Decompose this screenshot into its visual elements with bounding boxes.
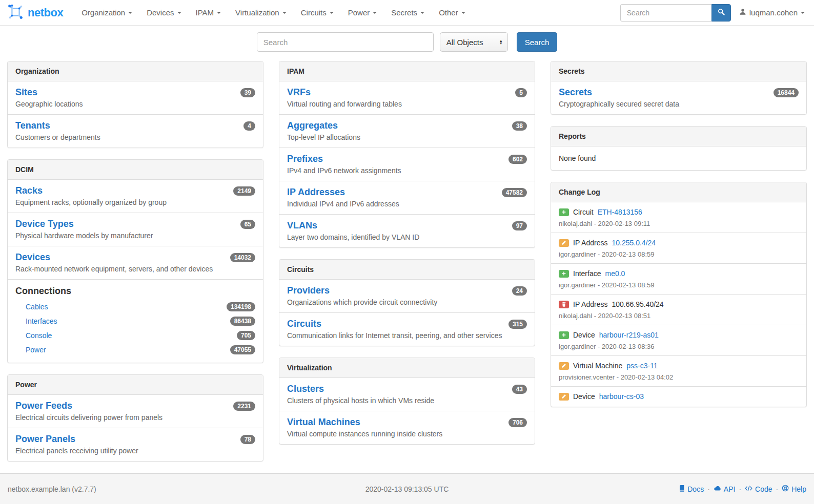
nav-item-organization[interactable]: Organization: [74, 0, 139, 26]
top-navbar: netbox Organization Devices IPAM Virtual…: [0, 0, 814, 26]
navbar-right: luqman.cohen: [620, 4, 807, 22]
panel-dcim: DCIM Racks 2149 Equipment racks, optiona…: [7, 159, 263, 363]
quick-search-form: All Objects ▲▼ Search: [0, 26, 814, 61]
panel-title-reports: Reports: [551, 127, 806, 146]
chevron-down-icon: [461, 12, 465, 14]
count-badge: 706: [508, 418, 527, 427]
changelog-entry: Virtual Machine pss-c3-11 provisioner.vc…: [551, 355, 806, 386]
selected-scope: All Objects: [446, 38, 483, 47]
nav-item-devices[interactable]: Devices: [139, 0, 188, 26]
object-link[interactable]: pss-c3-11: [626, 361, 657, 371]
secrets-link[interactable]: Secrets: [559, 86, 592, 98]
object-link[interactable]: 10.255.0.4/24: [612, 238, 656, 248]
chevron-down-icon: [177, 12, 181, 14]
code-label: Code: [755, 485, 772, 493]
panel-reports: Reports None found: [551, 126, 807, 171]
docs-link[interactable]: Docs: [678, 485, 704, 493]
tenants-link[interactable]: Tenants: [15, 119, 50, 132]
chevron-down-icon: [420, 12, 424, 14]
object-link[interactable]: harbour-cs-03: [599, 391, 644, 402]
vlans-link[interactable]: VLANs: [287, 219, 317, 232]
vrfs-link[interactable]: VRFs: [287, 86, 311, 98]
pencil-icon: [559, 362, 569, 370]
count-badge: 16844: [774, 88, 799, 97]
device-types-link[interactable]: Device Types: [15, 218, 74, 230]
quick-search-button[interactable]: Search: [517, 32, 558, 52]
ip-addresses-link[interactable]: IP Addresses: [287, 186, 345, 198]
pencil-icon: [559, 239, 569, 247]
providers-link[interactable]: Providers: [287, 284, 330, 297]
list-item-aggregates: Aggregates 38 Top-level IP allocations: [279, 114, 535, 148]
nav-item-power[interactable]: Power: [341, 0, 384, 26]
panel-title-circuits: Circuits: [279, 260, 535, 280]
nav-item-circuits[interactable]: Circuits: [294, 0, 341, 26]
clusters-link[interactable]: Clusters: [287, 383, 324, 395]
object-type-select[interactable]: All Objects ▲▼: [440, 32, 508, 52]
interfaces-link[interactable]: Interfaces: [26, 317, 57, 325]
select-arrows-icon: ▲▼: [499, 39, 503, 45]
changelog-entry: IP Address 100.66.95.40/24 nikolaj.dahl …: [551, 294, 806, 325]
count-badge: 134198: [227, 302, 255, 311]
console-link[interactable]: Console: [26, 331, 52, 340]
racks-link[interactable]: Racks: [15, 184, 43, 197]
user-icon: [739, 8, 746, 17]
panel-secrets: Secrets Secrets 16844 Cryptographically …: [551, 61, 807, 115]
nav-item-virtualization[interactable]: Virtualization: [228, 0, 294, 26]
panel-circuits: Circuits Providers 24 Organizations whic…: [279, 259, 535, 346]
object-link[interactable]: harbour-r219-as01: [599, 330, 659, 340]
nav-item-ipam[interactable]: IPAM: [189, 0, 229, 26]
power-connections-link[interactable]: Power: [26, 346, 46, 354]
item-description: Electrical panels receiving utility powe…: [15, 446, 255, 456]
count-badge: 78: [240, 435, 255, 444]
aggregates-link[interactable]: Aggregates: [287, 119, 338, 132]
changelog-entry: IP Address 10.255.0.4/24 igor.gardiner -…: [551, 233, 806, 263]
count-badge: 2149: [233, 186, 255, 196]
changelog-meta: nikolaj.dahl - 2020-02-13 09:11: [559, 220, 799, 227]
connection-row-cables: Cables 134198: [26, 302, 255, 311]
code-icon: [745, 485, 752, 493]
nav-label: Power: [348, 8, 370, 17]
list-item-ip-addresses: IP Addresses 47582 Individual IPv4 and I…: [279, 181, 535, 214]
page-footer: netbox.example.lan (v2.7.7) 2020-02-13 0…: [0, 473, 814, 504]
circuits-link[interactable]: Circuits: [287, 318, 321, 330]
nav-item-secrets[interactable]: Secrets: [384, 0, 432, 26]
object-link[interactable]: ETH-4813156: [598, 207, 642, 217]
prefixes-link[interactable]: Prefixes: [287, 153, 323, 165]
help-link[interactable]: Help: [782, 485, 806, 493]
item-description: Electrical circuits delivering power fro…: [15, 413, 255, 423]
sites-link[interactable]: Sites: [15, 86, 37, 98]
power-panels-link[interactable]: Power Panels: [15, 433, 75, 445]
netbox-brand[interactable]: netbox: [7, 4, 63, 22]
item-description: Communication links for Internet transit…: [287, 331, 527, 341]
devices-link[interactable]: Devices: [15, 251, 50, 263]
count-badge: 97: [512, 221, 527, 230]
nav-label: Organization: [82, 8, 125, 17]
main-menu: Organization Devices IPAM Virtualization…: [74, 0, 473, 26]
virtual-machines-link[interactable]: Virtual Machines: [287, 416, 360, 428]
user-menu[interactable]: luqman.cohen: [739, 8, 807, 17]
nav-item-other[interactable]: Other: [432, 0, 473, 26]
api-link[interactable]: API: [714, 485, 736, 493]
plus-icon: [559, 208, 569, 216]
nav-label: Virtualization: [235, 8, 279, 17]
navbar-search-input[interactable]: [620, 4, 711, 22]
count-badge: 4: [243, 121, 255, 131]
item-description: Virtual compute instances running inside…: [287, 429, 527, 439]
list-item-sites: Sites 39 Geographic locations: [8, 81, 263, 114]
changelog-entry: Device harbour-cs-03: [551, 386, 806, 407]
power-feeds-link[interactable]: Power Feeds: [15, 400, 72, 412]
object-link[interactable]: me0.0: [605, 268, 625, 279]
life-ring-icon: [782, 485, 789, 493]
connection-row-interfaces: Interfaces 86438: [26, 317, 255, 326]
book-icon: [678, 485, 685, 493]
quick-search-input[interactable]: [257, 32, 434, 52]
navbar-search-button[interactable]: [711, 4, 731, 22]
code-link[interactable]: Code: [745, 485, 772, 493]
count-badge: 47055: [230, 345, 255, 354]
changelog-meta: provisioner.vcenter - 2020-02-13 04:02: [559, 373, 799, 381]
object-type: Interface: [573, 268, 601, 279]
count-badge: 705: [237, 331, 255, 340]
changelog-meta: igor.gardiner - 2020-02-13 08:36: [559, 343, 799, 350]
list-item-devices: Devices 14032 Rack-mounted network equip…: [8, 246, 263, 279]
cables-link[interactable]: Cables: [26, 303, 48, 311]
